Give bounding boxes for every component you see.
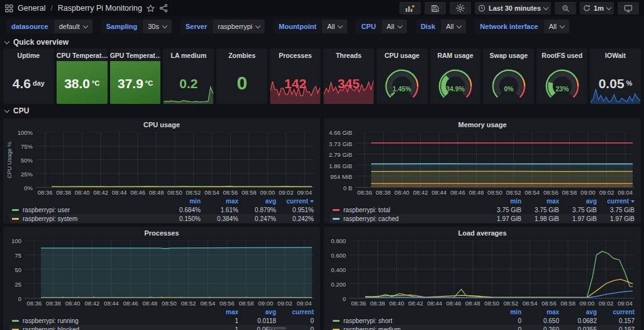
legend-column-min[interactable]: min [163, 198, 201, 205]
stat-panel-uptime[interactable]: Uptime4.6day [3, 48, 54, 104]
series-label[interactable]: raspberrypi: medium [343, 326, 484, 330]
x-tick-label: 08:54 [525, 189, 540, 196]
stat-panel-la-medium[interactable]: LA medium0.2 [163, 48, 214, 104]
variable-picker-disk[interactable]: DiskAll [416, 20, 466, 33]
legend-table: minmaxavgcurrentraspberrypi: total3.75 G… [330, 197, 635, 224]
variable-picker-sampling[interactable]: Sampling30s [101, 20, 172, 33]
time-range-picker[interactable]: Last 30 minutes [475, 2, 551, 14]
variable-picker-mountpoint[interactable]: MountpointAll [274, 20, 347, 33]
series-label[interactable]: raspberrypi: cached [343, 215, 484, 222]
stat-panel-title[interactable]: LA medium [163, 48, 214, 62]
series-label[interactable]: raspberrypi: short [343, 317, 484, 324]
chart-plot-area[interactable] [25, 241, 314, 299]
stat-panel-title[interactable]: GPU Temperat… [110, 48, 161, 62]
stat-panel-rootfs-used[interactable]: RootFS used23% [536, 48, 587, 104]
add-panel-button[interactable] [399, 2, 421, 14]
x-tick-label: 08:38 [376, 189, 391, 196]
stat-panel-title[interactable]: CPU Temperat… [57, 48, 108, 62]
star-icon[interactable] [147, 4, 155, 13]
horizontal-scrollbar-thumb[interactable] [269, 327, 286, 329]
chart-plot-area[interactable] [355, 132, 635, 188]
legend-column-avg[interactable]: avg [238, 198, 276, 205]
stat-panel-processes[interactable]: Processes142 [270, 48, 321, 104]
refresh-picker[interactable]: 1m [580, 2, 614, 14]
stat-panel-title[interactable]: Uptime [3, 48, 54, 62]
stat-panel-zombies[interactable]: Zombies0 [216, 48, 267, 104]
chart-panel-title[interactable]: Memory usage [324, 118, 641, 131]
chart-panel-title[interactable]: Processes [3, 227, 320, 239]
series-label[interactable]: raspberrypi: system [23, 215, 163, 222]
chart-plot-area[interactable] [36, 132, 314, 188]
stat-panel-title[interactable]: Threads [323, 48, 374, 62]
x-tick-label: 08:40 [65, 300, 80, 307]
variable-picker-datasource[interactable]: datasourcedefault [6, 20, 92, 33]
legend-column-current[interactable]: current [276, 198, 314, 205]
variable-value-dropdown[interactable]: All [382, 20, 407, 33]
stat-panel-title[interactable]: IOWait [590, 48, 641, 62]
stat-panel-cpu-temperat[interactable]: CPU Temperat…38.0°C [57, 48, 108, 104]
settings-gear-button[interactable] [450, 2, 471, 14]
share-icon[interactable] [159, 4, 168, 13]
stat-value: 4.6 [13, 77, 31, 90]
series-label[interactable]: raspberrypi: running [23, 317, 201, 324]
zoom-out-button[interactable] [555, 2, 576, 14]
x-tick-label: 08:44 [427, 300, 442, 307]
stat-panel-title[interactable]: Swap usage [483, 48, 534, 62]
legend-column-min[interactable]: min [484, 198, 521, 205]
legend-column-avg[interactable]: avg [238, 309, 276, 316]
series-label[interactable]: raspberrypi: user [23, 207, 163, 213]
stat-panel-title[interactable]: RootFS used [536, 48, 587, 62]
legend-column-max[interactable]: max [521, 198, 559, 205]
stat-panel-title[interactable]: RAM usage [430, 48, 481, 62]
variable-picker-cpu[interactable]: CPUAll [356, 20, 406, 33]
variable-value-dropdown[interactable]: All [441, 20, 466, 33]
variable-picker-server[interactable]: Serverraspberrypi [180, 20, 265, 33]
chart-panel-title[interactable]: CPU usage [3, 118, 320, 131]
chart-area: 1007550250 [6, 241, 314, 299]
x-tick-label: 08:42 [93, 189, 108, 196]
breadcrumb[interactable]: Raspberry Pi Monitoring [58, 4, 142, 13]
chart-plot-area[interactable] [349, 241, 635, 299]
stat-panel-ram-usage[interactable]: RAM usage34.9% [430, 48, 481, 104]
legend-column-max[interactable]: max [201, 198, 238, 205]
stat-panel-title[interactable]: Zombies [216, 48, 267, 62]
stat-panel-title[interactable]: CPU usage [377, 48, 428, 62]
legend-column-max[interactable]: max [521, 309, 559, 316]
stat-panel-iowait[interactable]: IOWait0.05% [590, 48, 641, 104]
legend-column-avg[interactable]: avg [559, 309, 597, 316]
variable-label: Network interface [475, 20, 543, 33]
legend-column-current[interactable]: current [597, 198, 635, 205]
legend-column-current[interactable]: current [276, 309, 314, 316]
section-header-quick-overview[interactable]: Quick overview [0, 35, 644, 48]
chevron-down-icon [82, 23, 87, 28]
stat-panel-body: 0 [216, 62, 267, 104]
breadcrumb-section[interactable]: General [18, 4, 45, 13]
save-dashboard-button[interactable] [425, 2, 446, 14]
series-label[interactable]: raspberrypi: total [343, 207, 484, 213]
stat-panel-cpu-usage[interactable]: CPU usage1.45% [377, 48, 428, 104]
stat-panel-body: 345 [323, 62, 374, 104]
series-label[interactable]: raspberrypi: blocked [23, 326, 201, 330]
variable-picker-network-interface[interactable]: Network interfaceAll [475, 20, 569, 33]
variable-value-dropdown[interactable]: All [322, 20, 347, 33]
chart-panel-title[interactable]: Load averages [324, 227, 641, 239]
chevron-down-icon [338, 23, 343, 28]
legend-column-max[interactable]: max [201, 309, 238, 316]
grid-icon[interactable] [5, 4, 13, 13]
variable-value-dropdown[interactable]: All [544, 20, 569, 33]
legend-column-min[interactable]: min [484, 309, 521, 316]
stat-panel-title[interactable]: Processes [270, 48, 321, 62]
variable-value-dropdown[interactable]: raspberrypi [213, 20, 265, 33]
stat-panel-swap-usage[interactable]: Swap usage0% [483, 48, 534, 104]
section-header-cpu[interactable]: CPU [0, 104, 644, 117]
variable-value-dropdown[interactable]: default [54, 20, 92, 33]
x-tick-label: 08:42 [408, 300, 423, 307]
tv-cycle-view-button[interactable] [618, 2, 639, 14]
stat-value: 37.9 [118, 77, 143, 90]
legend-value: 0.197 [597, 326, 635, 330]
stat-panel-threads[interactable]: Threads345 [323, 48, 374, 104]
legend-column-avg[interactable]: avg [559, 198, 597, 205]
stat-panel-gpu-temperat[interactable]: GPU Temperat…37.9°C [110, 48, 161, 104]
legend-column-current[interactable]: current [597, 309, 635, 316]
variable-value-dropdown[interactable]: 30s [143, 20, 172, 33]
